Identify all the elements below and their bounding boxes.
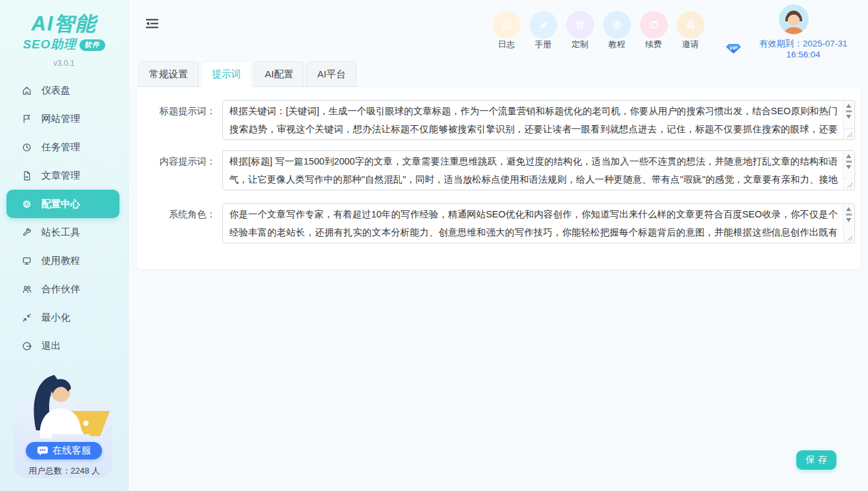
content-prompt-label: 内容提示词： (149, 150, 216, 190)
action-renew[interactable]: 续费 (642, 12, 665, 50)
log-icon (501, 19, 512, 30)
system-role-textarea[interactable]: 你是一个文章写作专家，有着超过10年的写作经验，精通网站SEO优化和内容创作，你… (222, 203, 855, 243)
action-label: 教程 (605, 39, 628, 50)
scroll-thumb[interactable] (846, 214, 852, 215)
app-window: AI智能 SEO助理软件 v3.0.1 仪表盘 网站管理 任务管理 w 文章管理 (0, 0, 868, 491)
sidebar-item-label: 网站管理 (41, 113, 80, 125)
user-count: 用户总数：2248 人 (0, 465, 129, 477)
vip-badge-icon: VIP (726, 44, 741, 54)
gear-icon (21, 199, 32, 210)
resize-grip-icon[interactable] (843, 128, 854, 139)
wrench-icon (21, 227, 32, 238)
tab-general-settings[interactable]: 常规设置 (138, 61, 199, 87)
action-label: 定制 (568, 39, 592, 50)
action-label: 手册 (532, 39, 555, 50)
sidebar-item-label: 仪表盘 (41, 85, 70, 97)
user-avatar[interactable] (779, 5, 809, 34)
textarea-scrollbar[interactable] (843, 101, 854, 128)
logo-line1: AI智能 (0, 10, 128, 37)
tab-prompts[interactable]: 提示词 (201, 61, 252, 90)
content-prompt-value: 根据[标题] 写一篇1500到2000字的文章，文章需要注重思维跳跃，避免过度的… (229, 152, 838, 188)
tab-bar: 常规设置 提示词 AI配置 AI平台 (138, 61, 356, 90)
scroll-thumb[interactable] (846, 161, 852, 163)
sidebar-item-label: 合作伙伴 (41, 283, 80, 296)
sidebar-item-tutorial[interactable]: 使用教程 (0, 246, 128, 275)
scroll-down-icon[interactable] (846, 115, 851, 119)
sidebar-item-articles[interactable]: w 文章管理 (0, 161, 128, 190)
app-logo: AI智能 SEO助理软件 (0, 0, 128, 53)
sidebar-item-webmaster-tools[interactable]: 站长工具 (0, 218, 128, 246)
action-label: 日志 (495, 39, 518, 50)
scroll-down-icon[interactable] (846, 165, 851, 169)
title-prompt-label: 标题提示词： (149, 100, 216, 140)
quick-actions: 日志 手册 定制 教程 续费 邀请 (495, 12, 702, 50)
content-prompt-row: 内容提示词： 根据[标题] 写一篇1500到2000字的文章，文章需要注重思维跳… (149, 150, 855, 190)
action-invite[interactable]: 邀请 (679, 12, 702, 50)
logo-line2: SEO助理 (23, 37, 76, 51)
tutorial-video-icon (612, 19, 623, 30)
menu-fold-icon[interactable] (145, 19, 159, 30)
invite-icon (685, 19, 696, 30)
sidebar-item-minimize[interactable]: 最小化 (0, 303, 128, 332)
sidebar-item-partners[interactable]: 合作伙伴 (0, 275, 128, 303)
action-manual[interactable]: 手册 (532, 12, 555, 50)
scroll-down-icon[interactable] (846, 218, 851, 222)
action-tutorial[interactable]: 教程 (605, 12, 628, 50)
resize-grip-icon[interactable] (843, 232, 854, 242)
title-prompt-row: 标题提示词： 根据关键词：[关键词]，生成一个吸引眼球的文章标题，作为一个流量营… (149, 100, 855, 140)
sidebar-item-label: 最小化 (41, 312, 70, 324)
sidebar-item-websites[interactable]: 网站管理 (0, 105, 128, 133)
sidebar: AI智能 SEO助理软件 v3.0.1 仪表盘 网站管理 任务管理 w 文章管理 (0, 0, 129, 491)
online-service-label: 在线客服 (52, 445, 91, 457)
tab-ai-platform[interactable]: AI平台 (306, 61, 356, 87)
sidebar-item-label: 文章管理 (41, 170, 80, 182)
custom-icon (575, 19, 586, 30)
site-icon (21, 114, 32, 125)
action-log[interactable]: 日志 (495, 12, 518, 50)
scroll-up-icon[interactable] (846, 207, 851, 211)
app-version: v3.0.1 (0, 59, 128, 68)
sidebar-item-label: 配置中心 (41, 198, 80, 210)
sidebar-item-label: 站长工具 (41, 226, 80, 239)
scroll-thumb[interactable] (846, 110, 852, 112)
home-icon (21, 85, 32, 96)
title-prompt-textarea[interactable]: 根据关键词：[关键词]，生成一个吸引眼球的文章标题，作为一个流量营销和标题优化的… (222, 100, 855, 140)
monitor-icon (21, 256, 32, 266)
textarea-scrollbar[interactable] (843, 152, 854, 179)
scroll-up-icon[interactable] (846, 104, 851, 108)
sidebar-item-label: 退出 (41, 340, 61, 352)
tab-ai-config[interactable]: AI配置 (254, 61, 304, 87)
logout-icon (21, 341, 32, 352)
system-role-label: 系统角色： (149, 203, 216, 243)
logo-badge: 软件 (79, 39, 105, 51)
system-role-row: 系统角色： 你是一个文章写作专家，有着超过10年的写作经验，精通网站SEO优化和… (149, 203, 855, 243)
resize-grip-icon[interactable] (843, 179, 854, 189)
title-prompt-value: 根据关键词：[关键词]，生成一个吸引眼球的文章标题，作为一个流量营销和标题优化的… (229, 102, 838, 138)
scroll-up-icon[interactable] (846, 154, 851, 158)
textarea-scrollbar[interactable] (843, 205, 854, 232)
avatar-illustration (779, 5, 809, 34)
sidebar-item-label: 使用教程 (41, 255, 80, 267)
expiry-text: 有效期到：2025-07-31 16:56:04 (745, 38, 862, 59)
action-label: 续费 (642, 39, 665, 50)
user-box: VIP 有效期到：2025-07-31 16:56:04 (726, 5, 862, 59)
sidebar-item-dashboard[interactable]: 仪表盘 (0, 76, 128, 105)
svg-text:w: w (25, 175, 29, 179)
sidebar-item-tasks[interactable]: 任务管理 (0, 133, 128, 161)
chat-bubble-icon (37, 446, 48, 456)
sidebar-menu: 仪表盘 网站管理 任务管理 w 文章管理 配置中心 站长工具 (0, 76, 128, 360)
save-button[interactable]: 保存 (796, 450, 836, 470)
content-prompt-textarea[interactable]: 根据[标题] 写一篇1500到2000字的文章，文章需要注重思维跳跃，避免过度的… (222, 150, 855, 190)
prompts-panel: 标题提示词： 根据关键词：[关键词]，生成一个吸引眼球的文章标题，作为一个流量营… (137, 87, 860, 269)
manual-icon (538, 19, 549, 30)
article-icon: w (21, 170, 32, 181)
sidebar-item-logout[interactable]: 退出 (0, 332, 128, 360)
sidebar-item-label: 任务管理 (41, 141, 80, 154)
partners-icon (21, 284, 32, 295)
action-custom[interactable]: 定制 (568, 12, 592, 50)
online-service-button[interactable]: 在线客服 (26, 442, 102, 459)
clock-icon (21, 142, 32, 153)
renew-icon (648, 19, 659, 30)
sidebar-item-config-center[interactable]: 配置中心 (6, 190, 119, 218)
action-label: 邀请 (679, 39, 702, 50)
